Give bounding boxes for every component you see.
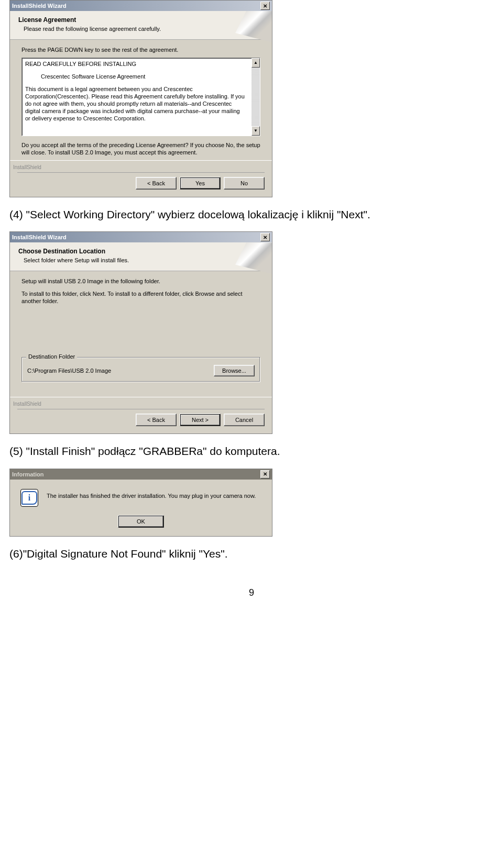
dialog-header: License Agreement Please read the follow… xyxy=(10,11,272,40)
paper-curl-icon xyxy=(235,11,272,42)
back-button[interactable]: < Back xyxy=(136,414,177,426)
dialog-header: Choose Destination Location Select folde… xyxy=(10,242,272,271)
back-button[interactable]: < Back xyxy=(136,177,177,190)
paper-curl-icon xyxy=(235,242,272,274)
caption-step5: (5) "Install Finish" podłącz "GRABBERa" … xyxy=(9,443,471,459)
window-title: InstallShield Wizard xyxy=(12,3,260,9)
destination-folder-group: Destination Folder C:\Program Files\USB … xyxy=(21,357,260,382)
license-agreement-dialog: InstallShield Wizard ✕ License Agreement… xyxy=(9,0,272,197)
ok-button[interactable]: OK xyxy=(118,515,164,528)
titlebar: Information ✕ xyxy=(10,469,272,480)
header-subtitle: Select folder where Setup will install f… xyxy=(24,257,264,263)
titlebar: InstallShield Wizard ✕ xyxy=(10,1,272,11)
browse-button[interactable]: Browse... xyxy=(214,365,255,376)
scroll-track[interactable] xyxy=(252,68,260,126)
brand-label: InstallShield xyxy=(13,164,41,170)
cancel-button[interactable]: Cancel xyxy=(224,414,265,426)
window-title: InstallShield Wizard xyxy=(12,234,260,240)
license-textbox[interactable]: READ CAREFULLY BEFORE INSTALLING Crescen… xyxy=(21,58,260,136)
close-icon[interactable]: ✕ xyxy=(260,470,270,478)
window-title: Information xyxy=(12,471,260,477)
no-button[interactable]: No xyxy=(224,177,265,190)
accept-question: Do you accept all the terms of the prece… xyxy=(21,141,260,156)
license-subheading: Crescentec Software License Agreement xyxy=(25,73,246,80)
header-title: Choose Destination Location xyxy=(18,248,264,255)
caption-step4: (4) "Select Working Directory" wybierz d… xyxy=(9,207,471,222)
info-message: The installer has finished the driver in… xyxy=(47,489,256,499)
scroll-down-icon[interactable]: ▼ xyxy=(252,126,260,136)
close-icon[interactable]: ✕ xyxy=(260,233,270,241)
information-dialog: Information ✕ i The installer has finish… xyxy=(9,469,272,537)
instruction-text: Press the PAGE DOWN key to see the rest … xyxy=(21,46,260,53)
brand-label: InstallShield xyxy=(13,401,41,407)
page-number: 9 xyxy=(0,587,503,598)
install-path: C:\Program Files\USB 2.0 Image xyxy=(27,368,111,374)
titlebar: InstallShield Wizard ✕ xyxy=(10,232,272,242)
info-icon: i xyxy=(20,489,38,507)
group-label: Destination Folder xyxy=(26,353,77,360)
caption-step6: (6)"Digital Signature Not Found" kliknij… xyxy=(9,546,471,561)
header-subtitle: Please read the following license agreem… xyxy=(24,26,264,32)
close-icon[interactable]: ✕ xyxy=(260,2,270,10)
header-title: License Agreement xyxy=(18,16,264,24)
license-body: This document is a legal agreement betwe… xyxy=(25,85,246,122)
scroll-up-icon[interactable]: ▲ xyxy=(252,58,260,68)
license-heading: READ CAREFULLY BEFORE INSTALLING xyxy=(25,60,246,68)
setup-line2: To install to this folder, click Next. T… xyxy=(21,290,260,305)
yes-button[interactable]: Yes xyxy=(180,177,221,190)
setup-line1: Setup will install USB 2.0 Image in the … xyxy=(21,277,260,285)
scrollbar[interactable]: ▲ ▼ xyxy=(252,58,260,136)
next-button[interactable]: Next > xyxy=(180,414,221,426)
choose-destination-dialog: InstallShield Wizard ✕ Choose Destinatio… xyxy=(9,231,272,434)
